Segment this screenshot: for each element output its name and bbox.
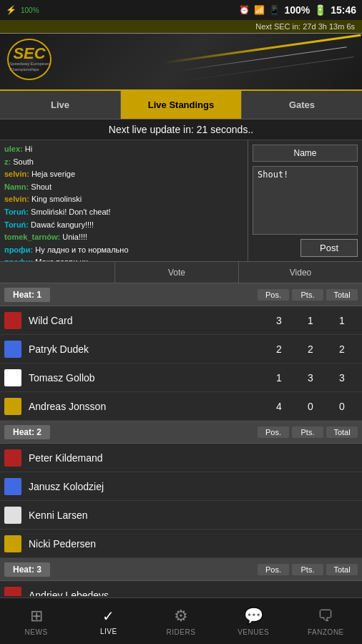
nav-live[interactable]: ✓ LIVE (72, 598, 145, 644)
live-icon: ✓ (102, 608, 114, 625)
rider-pts: 2 (295, 343, 326, 355)
timer-bar: Next live update in: 21 seconds.. (0, 119, 362, 140)
heat-3-pts-header: Pts. (292, 564, 323, 575)
heat-2-cols: Pos. Pts. Total (50, 426, 358, 438)
rider-color-yellow (4, 398, 21, 415)
bottom-nav: ⊞ NEWS ✓ LIVE ⚙ RIDERS 💬 VENUES 🗨 FANZON… (0, 597, 362, 644)
clock: 15:46 (331, 4, 356, 16)
rider-color-red (4, 312, 21, 329)
name-input[interactable] (253, 145, 358, 162)
rider-color-blue (4, 341, 21, 358)
swoosh-2 (177, 47, 347, 71)
heat-1-rider-1: Wild Card 3 1 1 (0, 306, 362, 335)
logo: SEC Speedway EuropeanChampionships (7, 39, 57, 85)
chat-msg-6: Toruń: Smoliński! Don't cheat! (4, 206, 243, 219)
rider-color-red (4, 449, 21, 467)
app-header: SEC Speedway EuropeanChampionships (0, 34, 362, 91)
main-content[interactable]: ulex: Hi z: South selvin: Heja sverige N… (0, 140, 362, 596)
heat-2-rider-2: Janusz Kolodziej (0, 472, 362, 501)
alarm-icon: ⏰ (239, 5, 250, 15)
vote-video-row: Vote Video (0, 262, 362, 283)
rider-pts: 1 (295, 315, 326, 326)
logo-sub-text: Speedway EuropeanChampionships (9, 62, 49, 72)
chat-right: Shout! Post (248, 140, 362, 261)
nav-news-label: NEWS (25, 628, 48, 636)
heat-1-pts-header: Pts. (292, 289, 323, 301)
post-button[interactable]: Post (300, 239, 358, 257)
video-column-header[interactable]: Video (238, 262, 362, 283)
rider-name: Nicki Pedersen (29, 538, 263, 550)
battery-icon: 🔋 (314, 4, 326, 16)
shout-textarea[interactable]: Shout! (253, 166, 358, 235)
heat-2-rider-1: Peter Kildemand (0, 444, 362, 472)
rider-total: 2 (326, 343, 358, 355)
nav-live-label: LIVE (100, 628, 117, 635)
heat-1-pos-header: Pos. (258, 289, 289, 301)
tab-gates[interactable]: Gates (242, 91, 362, 119)
heat-2-pos-header: Pos. (258, 426, 289, 438)
rider-color-white (4, 369, 21, 386)
rider-color-white (4, 507, 21, 524)
nav-venues[interactable]: 💬 VENUES (217, 598, 290, 644)
status-bar: ⚡ 100% ⏰ 📶 📱 100% 🔋 15:46 (0, 0, 362, 20)
heat-3-total-header: Total (326, 564, 358, 575)
nav-fanzone-label: FANZONE (308, 628, 344, 636)
heat-2-pts-header: Pts. (292, 426, 323, 438)
heat-2-total-header: Total (326, 426, 358, 438)
chat-msg-7: Toruń: Dawać kangury!!!! (4, 219, 243, 232)
chat-msg-10: профи: Макс порви их (4, 256, 243, 261)
signal-icon: 📱 (269, 5, 280, 15)
rider-color-yellow (4, 535, 21, 552)
rider-name: Patryk Dudek (29, 343, 263, 355)
rider-name: Tomasz Gollob (29, 372, 263, 384)
next-sec-bar: Next SEC in: 27d 3h 13m 6s (0, 20, 362, 34)
heat-1-rider-2: Patryk Dudek 2 2 2 (0, 335, 362, 364)
nav-riders-label: RIDERS (167, 628, 196, 636)
nav-news[interactable]: ⊞ NEWS (0, 598, 72, 644)
heat-3-rider-1: Andriey Lebedevs (0, 581, 362, 596)
chat-msg-8: tomek_tarnów: Unia!!!! (4, 231, 243, 244)
rider-name: Andriey Lebedevs (29, 590, 263, 597)
rider-name: Andreas Jonsson (29, 401, 263, 412)
header-swoosh (147, 34, 362, 91)
heat-2-rider-3: Kenni Larsen (0, 501, 362, 530)
heat-2-header: Heat: 2 Pos. Pts. Total (0, 421, 362, 444)
next-sec-text: Next SEC in: 27d 3h 13m 6s (255, 22, 355, 31)
tab-live-standings[interactable]: Live Standings (121, 91, 242, 119)
heat-1-total-header: Total (326, 289, 358, 301)
battery-small: 100% (21, 6, 39, 14)
rider-total: 1 (326, 315, 358, 326)
heat-3-label: Heat: 3 (4, 562, 50, 577)
chat-msg-5: selvin: King smolinski (4, 193, 243, 206)
nav-venues-label: VENUES (238, 628, 269, 636)
heat-2-label: Heat: 2 (4, 425, 50, 439)
heat-1-cols: Pos. Pts. Total (50, 289, 358, 301)
rider-pos: 3 (263, 315, 295, 326)
tab-live[interactable]: Live (0, 91, 121, 119)
rider-pts: 0 (295, 401, 326, 412)
news-icon: ⊞ (30, 607, 43, 625)
nav-fanzone[interactable]: 🗨 FANZONE (290, 598, 362, 644)
riders-icon: ⚙ (174, 607, 188, 625)
vote-column-header[interactable]: Vote (114, 262, 238, 283)
chat-messages: ulex: Hi z: South selvin: Heja sverige N… (0, 140, 248, 261)
heat-3-cols: Pos. Pts. Total (50, 564, 358, 575)
chat-msg-3: selvin: Heja sverige (4, 168, 243, 181)
heat-3-pos-header: Pos. (258, 564, 289, 575)
status-left: ⚡ 100% (6, 5, 39, 15)
rider-pos: 4 (263, 401, 295, 412)
chat-msg-2: z: South (4, 156, 243, 169)
fanzone-icon: 🗨 (318, 607, 333, 625)
chat-msg-4: Namn: Shout (4, 181, 243, 194)
venues-icon: 💬 (244, 607, 263, 625)
heat-1-header: Heat: 1 Pos. Pts. Total (0, 283, 362, 306)
rider-color-blue (4, 478, 21, 495)
rider-name: Janusz Kolodziej (29, 481, 263, 492)
rider-color-red (4, 587, 21, 597)
status-right: ⏰ 📶 📱 100% 🔋 15:46 (239, 4, 356, 16)
heat-1-label: Heat: 1 (4, 288, 50, 302)
usb-icon: ⚡ (6, 5, 16, 15)
nav-riders[interactable]: ⚙ RIDERS (145, 598, 217, 644)
rider-pos: 2 (263, 343, 295, 355)
logo-area: SEC Speedway EuropeanChampionships (0, 39, 57, 85)
